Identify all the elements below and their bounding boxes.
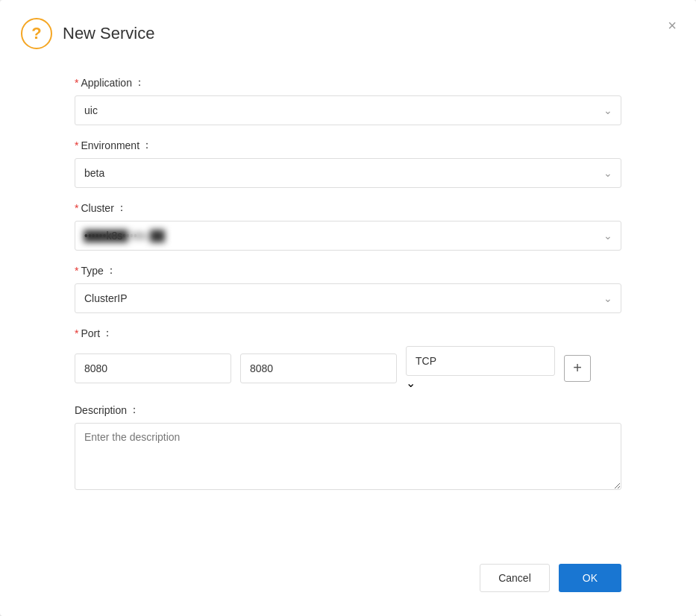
ok-button[interactable]: OK [559,564,621,592]
cancel-button[interactable]: Cancel [480,564,550,592]
type-required-star: * [75,265,78,277]
description-group: Description ： [75,403,621,493]
type-select-wrapper: ClusterIP NodePort LoadBalancer ⌄ [75,283,621,313]
environment-select-wrapper: beta ⌄ [75,158,621,188]
cluster-required-star: * [75,202,78,214]
port-group: * Port ： TCP UDP ⌄ + [75,327,621,390]
application-select[interactable]: uic [75,95,621,125]
application-required-star: * [75,77,78,89]
port-row: TCP UDP ⌄ + [75,346,621,390]
type-label: * Type ： [75,264,621,277]
dialog-question-icon: ? [21,18,52,49]
target-port-input[interactable] [240,353,397,383]
type-select[interactable]: ClusterIP NodePort LoadBalancer [75,283,621,313]
dialog-header: ? New Service × [0,0,696,61]
environment-select[interactable]: beta [75,158,621,188]
environment-required-star: * [75,139,78,151]
cluster-select[interactable]: ••••••k8s•••• [75,221,621,251]
dialog-body: * Application ： uic ⌄ * Environment ： be… [0,61,696,549]
application-label: * Application ： [75,76,621,89]
cluster-group: * Cluster ： ••••••k8s•••• ⌄ ██████ k8s █… [75,201,621,251]
port-label: * Port ： [75,327,621,340]
description-textarea[interactable] [75,423,621,490]
protocol-select[interactable]: TCP UDP [406,346,555,376]
cluster-select-wrapper: ••••••k8s•••• ⌄ ██████ k8s ██ [75,221,621,251]
application-group: * Application ： uic ⌄ [75,76,621,125]
add-port-button[interactable]: + [564,355,591,382]
dialog-footer: Cancel OK [0,549,696,616]
type-group: * Type ： ClusterIP NodePort LoadBalancer… [75,264,621,313]
protocol-select-wrapper: TCP UDP ⌄ [406,346,555,390]
application-select-wrapper: uic ⌄ [75,95,621,125]
new-service-dialog: ? New Service × * Application ： uic ⌄ [0,0,696,616]
description-label: Description ： [75,403,621,417]
environment-label: * Environment ： [75,139,621,152]
port-required-star: * [75,327,78,339]
dialog-title: New Service [63,24,154,43]
port-input[interactable] [75,353,231,383]
environment-group: * Environment ： beta ⌄ [75,139,621,188]
protocol-chevron-icon: ⌄ [406,377,416,389]
cluster-label: * Cluster ： [75,201,621,215]
close-button[interactable]: × [665,15,680,36]
plus-icon: + [573,359,582,377]
